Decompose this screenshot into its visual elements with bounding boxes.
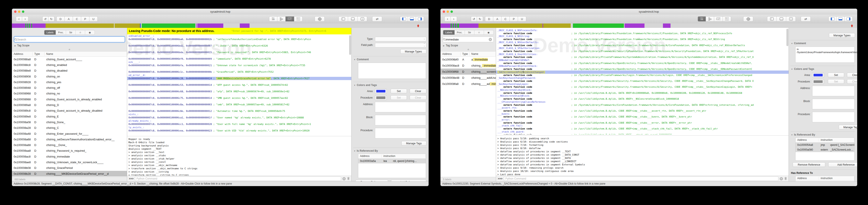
is-referenced-by-header[interactable]: ▼Is Referenced By — [791, 133, 815, 136]
navigation-minimap[interactable] — [440, 24, 857, 28]
swap-panes-icon[interactable]: ⇄ — [801, 16, 811, 22]
cfg-view-segment[interactable] — [706, 16, 714, 22]
code-line[interactable]: 0x00000000000007c8, 0x0000000100006ba6, … — [127, 37, 351, 41]
swap-panes-icon[interactable]: ⇄ — [372, 16, 382, 22]
clear-search-icon[interactable]: ✕ — [489, 38, 492, 41]
split-bottom-icon[interactable] — [777, 16, 786, 22]
area-set-button[interactable]: Set — [391, 89, 407, 93]
code-line[interactable] — [127, 67, 351, 70]
transform-button-a[interactable]: A — [65, 16, 73, 22]
area-color-well[interactable] — [375, 89, 387, 94]
undo-icon[interactable]: ↺ — [42, 16, 49, 22]
toggle-right-panel[interactable] — [416, 16, 424, 22]
code-line[interactable] — [127, 80, 351, 83]
label-row[interactable]: 0x100008aa8Dcfstring_Password_is_require… — [12, 148, 127, 154]
label-row[interactable]: 0x100008928Dcfstring_yes — [12, 79, 127, 85]
back-button[interactable]: ‹ — [444, 16, 451, 22]
area-clear-button[interactable]: Clear — [410, 89, 426, 93]
code-line[interactable]: 0x00000000000007c8, 0x0000000100006c68, … — [127, 90, 351, 93]
area-color-well[interactable] — [812, 73, 824, 77]
assembly-view-segment[interactable]: movadd — [269, 16, 277, 22]
code-label-line[interactable]: already_exists_: — [127, 119, 351, 123]
procedure-clear-button[interactable]: Clear — [410, 95, 426, 100]
single-pane-icon[interactable]: 1 — [786, 16, 796, 22]
tab-procedures[interactable]: Proc. — [56, 30, 66, 35]
clear-console-icon[interactable]: ✕ — [342, 177, 346, 180]
label-row[interactable]: 0x100008908Dcfstring_on — [12, 74, 127, 79]
tag-scope-disclosure[interactable]: ▶Tag Scope — [14, 44, 30, 47]
code-line[interactable]: 0x00000000000007c8, 0x0000000100006ca1, … — [127, 116, 351, 119]
assembly-listing[interactable]: _OBJC_CLASS_$_NSProcessInfo:extern funct… — [496, 28, 789, 134]
label-row[interactable]: 0x1000088a8Dcfstring_Guest_account____ — [12, 56, 127, 62]
trash-icon[interactable] — [784, 177, 787, 181]
code-line[interactable]: 0x00000000000007c8, 0x0000000100006cea, … — [127, 129, 351, 132]
code-line[interactable] — [127, 47, 351, 51]
python-command-input[interactable]: Python Command — [135, 177, 341, 181]
titlebar[interactable]: sysadminctl.hop — [12, 9, 429, 15]
label-row[interactable]: 0x100008fa8Dcfstring____adminPa — [440, 81, 496, 87]
add-reference-button[interactable]: Add Reference — [828, 162, 857, 167]
hex-view-segment[interactable]: 406F70706572204460 — [294, 16, 303, 22]
code-scrollbar[interactable] — [349, 35, 351, 55]
cfg-view-segment[interactable] — [277, 16, 286, 22]
transform-button-u[interactable]: U — [518, 16, 526, 22]
single-pane-icon[interactable]: 1 — [358, 16, 367, 22]
label-row[interactable]: 0x100008b28Dcfstring____MKBDeviceSetGrac… — [12, 171, 127, 177]
code-label-line[interactable]: od_error__d: — [127, 74, 351, 77]
procedure-tags-field[interactable] — [812, 112, 855, 122]
undo-icon[interactable]: ↺ — [471, 16, 477, 22]
label-row[interactable]: 0x100008ae8Dcfstring_Unknown_state_for_s… — [12, 159, 127, 165]
transform-button-u[interactable]: U — [89, 16, 98, 22]
pseudocode-view-segment[interactable]: if(b)f(x); — [714, 16, 723, 22]
label-row[interactable]: 0x100006bf0AaImmediate — [440, 56, 496, 62]
log-console[interactable]: Hopper is readyMach-O 64bits file loaded… — [127, 136, 351, 176]
is-referenced-by-table[interactable]: Addressinstruction0x1000054a8jmpqword [_… — [795, 137, 855, 161]
label-row[interactable]: 0x100008a48Dcfstring_Enter_password_for_… — [12, 131, 127, 136]
label-row[interactable]: 0x100008a08Dcfstring_Done_ — [12, 119, 127, 125]
procedure-set-button[interactable]: Set — [391, 95, 407, 100]
sidebar-splitter-handle[interactable] — [467, 49, 469, 50]
code-scrollbar[interactable] — [786, 29, 788, 46]
comment-section-header[interactable]: ▼Comment — [354, 58, 369, 61]
navigation-minimap[interactable] — [12, 24, 429, 28]
type-dropdown[interactable]: ⌄ — [375, 37, 426, 41]
code-line[interactable] — [127, 93, 351, 96]
label-row[interactable]: 0x100008ac8Dcfstring_immediate — [12, 154, 127, 159]
reference-row[interactable]: 0x100003a5aleardi, qword [cfstring… — [358, 159, 426, 163]
reference-row[interactable]: 0x10000a080extern_SACScreenLock… — [796, 147, 854, 152]
transform-button-d[interactable]: D — [56, 16, 65, 22]
bookmark-star-icon[interactable]: ☆ — [76, 30, 85, 35]
assembly-view-segment[interactable]: movadd — [698, 16, 706, 22]
forward-button[interactable]: › — [451, 16, 457, 22]
address-tags-field[interactable] — [812, 86, 855, 96]
label-row[interactable]: 0x1000089a8Dcfstring_D — [12, 102, 127, 108]
code-line[interactable]: 0x00000000000007c8, 0x0000000100006bda, … — [127, 51, 351, 54]
forward-button[interactable]: › — [22, 16, 28, 22]
transform-button-d[interactable]: D — [485, 16, 493, 22]
label-row[interactable]: 0x100008b08Dcfstring_GracePeriod — [12, 165, 127, 171]
tagged-icon[interactable]: ◉ — [85, 30, 95, 35]
remove-reference-button[interactable]: Remove Reference — [793, 162, 825, 167]
label-row[interactable]: 0x100008e48Dcfstring____addUser — [440, 75, 496, 81]
toggle-bottom-panel[interactable] — [408, 16, 416, 22]
area-set-button[interactable]: Set — [828, 73, 844, 77]
toggle-left-panel[interactable] — [400, 16, 408, 22]
trash-icon[interactable] — [347, 177, 350, 181]
back-button[interactable]: ‹ — [16, 16, 22, 22]
label-row[interactable]: 0x100008988Dcfstring_Guest_account_is_al… — [12, 96, 127, 102]
split-bottom-icon[interactable] — [348, 16, 358, 22]
assembly-listing[interactable]: onEnabled_error__:0x00000000000007c8, 0x… — [127, 34, 351, 135]
code-line[interactable] — [127, 86, 351, 90]
label-row[interactable]: 0x1000089e8Dcfstring_E — [12, 113, 127, 119]
code-label-line[interactable]: xists_: — [127, 113, 351, 116]
extern-code-line[interactable]: extern function code; in /usr/lib/libSys… — [496, 133, 789, 135]
code-line[interactable]: 0x00000000000007c8, 0x0000000100006c1c, … — [127, 70, 351, 74]
address-tags-field[interactable] — [375, 102, 426, 112]
transform-button-c[interactable]: C — [501, 16, 510, 22]
manage-tags-button[interactable]: Manage Tags — [839, 125, 857, 129]
tab-strings[interactable]: Str — [465, 30, 474, 35]
tab-labels[interactable]: Labels — [44, 30, 56, 35]
block-tags-field[interactable] — [812, 99, 855, 109]
cpu-icon[interactable] — [315, 16, 324, 22]
log-console[interactable]: > Analysis pass 5/10: padding search> An… — [496, 135, 789, 176]
